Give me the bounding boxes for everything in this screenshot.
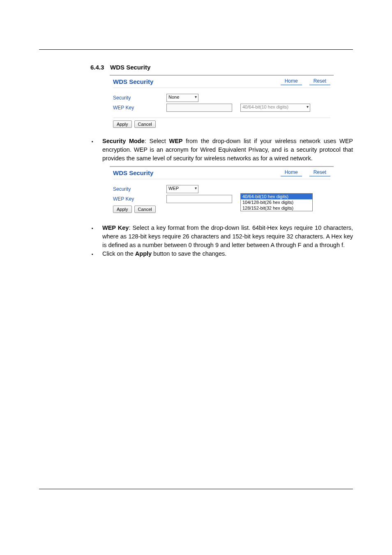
wepkey-input[interactable] <box>166 195 232 203</box>
bullet-icon <box>92 224 95 250</box>
bullet-text: WEP Key: Select a key format from the dr… <box>102 224 353 250</box>
top-rule <box>39 49 353 50</box>
home-link[interactable]: Home <box>281 169 302 176</box>
apply-button[interactable]: Apply <box>113 120 132 128</box>
apply-word: Apply <box>135 250 152 257</box>
security-select-wrap: WEP <box>166 185 198 193</box>
panel-header: WDS Security Home Reset <box>113 169 330 179</box>
wepkey-label: WEP Key <box>113 196 166 202</box>
dd-option-40-64[interactable]: 40/64-bit(10 hex digits) <box>241 194 312 199</box>
security-select[interactable]: WEP <box>166 185 198 193</box>
security-row: Security None <box>113 93 330 103</box>
bullet-label: WEP Key <box>102 224 129 231</box>
bottom-rule <box>39 489 353 489</box>
security-label: Security <box>113 186 166 192</box>
paragraph-apply: Click on the Apply button to save the ch… <box>92 250 353 259</box>
dd-option-128-152[interactable]: 128/152-bit(32 hex digits) <box>241 205 312 211</box>
panel-links: Home Reset <box>281 169 330 176</box>
bullet-text: Click on the Apply button to save the ch… <box>102 250 353 259</box>
cancel-button[interactable]: Cancel <box>134 120 156 128</box>
wepkey-format-select[interactable]: 40/64-bit(10 hex digits) <box>240 104 310 112</box>
bullet-text: Security Mode: Select WEP from the drop-… <box>102 137 353 163</box>
wepkey-label: WEP Key <box>113 105 166 111</box>
section-title: WDS Security <box>110 64 150 71</box>
security-row: Security WEP <box>113 184 330 194</box>
wepkey-format-dropdown[interactable]: 40/64-bit(10 hex digits) 104/128-bit(26 … <box>240 193 313 211</box>
reset-link[interactable]: Reset <box>309 78 330 85</box>
wds-panel-wep: WDS Security Home Reset Security WEP WEP… <box>110 166 334 215</box>
button-row: Apply Cancel <box>113 118 330 128</box>
dd-option-104-128[interactable]: 104/128-bit(26 hex digits) <box>241 199 312 205</box>
panel-header: WDS Security Home Reset <box>113 78 330 88</box>
bullet-icon <box>92 250 95 259</box>
security-label: Security <box>113 95 166 101</box>
wepkey-row: WEP Key 40/64-bit(10 hex digits) <box>113 103 330 113</box>
apply-button[interactable]: Apply <box>113 206 132 213</box>
cancel-button[interactable]: Cancel <box>134 206 156 213</box>
paragraph-wep-key: WEP Key: Select a key format from the dr… <box>92 224 353 250</box>
bullet-icon <box>92 137 95 163</box>
wep-word: WEP <box>169 138 182 144</box>
paragraph-security-mode: Security Mode: Select WEP from the drop-… <box>39 137 353 163</box>
panel-title: WDS Security <box>113 169 153 176</box>
panel-title: WDS Security <box>113 78 153 85</box>
wds-panel-none: WDS Security Home Reset Security None WE… <box>110 75 334 130</box>
security-select[interactable]: None <box>166 94 198 102</box>
wepkey-input[interactable] <box>166 104 232 112</box>
security-select-wrap: None <box>166 94 198 102</box>
panel-links: Home Reset <box>281 78 330 85</box>
section-heading: 6.4.3 WDS Security <box>90 64 353 71</box>
section-number: 6.4.3 <box>90 64 110 71</box>
bullet-label: Security Mode <box>102 138 145 144</box>
home-link[interactable]: Home <box>281 78 302 85</box>
wepkey-format-select-wrap: 40/64-bit(10 hex digits) <box>240 104 310 112</box>
reset-link[interactable]: Reset <box>309 169 330 176</box>
wepkey-format-wrap: 40/64-bit(10 hex digits) <box>240 104 310 112</box>
